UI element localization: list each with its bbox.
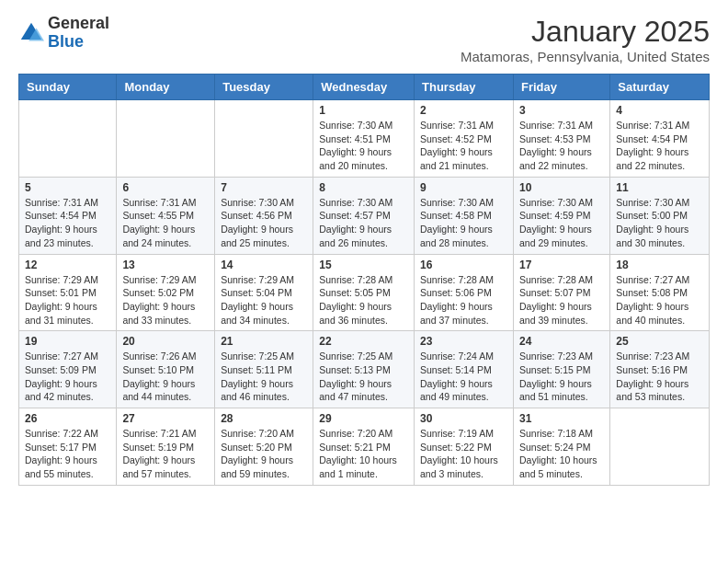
calendar-cell: 9Sunrise: 7:30 AM Sunset: 4:58 PM Daylig…	[415, 177, 514, 254]
day-info: Sunrise: 7:19 AM Sunset: 5:22 PM Dayligh…	[420, 427, 507, 481]
day-info: Sunrise: 7:23 AM Sunset: 5:15 PM Dayligh…	[519, 350, 604, 404]
calendar-cell: 1Sunrise: 7:30 AM Sunset: 4:51 PM Daylig…	[313, 100, 415, 178]
calendar-cell: 21Sunrise: 7:25 AM Sunset: 5:11 PM Dayli…	[215, 331, 313, 408]
day-number: 4	[616, 104, 703, 117]
day-number: 6	[122, 181, 209, 194]
calendar-cell: 6Sunrise: 7:31 AM Sunset: 4:55 PM Daylig…	[117, 177, 215, 254]
day-info: Sunrise: 7:26 AM Sunset: 5:10 PM Dayligh…	[122, 350, 209, 404]
day-number: 29	[319, 412, 408, 425]
calendar-day-header: Tuesday	[215, 75, 313, 100]
main-title: January 2025	[461, 15, 710, 49]
title-block: January 2025 Matamoras, Pennsylvania, Un…	[461, 15, 710, 64]
calendar-week-row: 12Sunrise: 7:29 AM Sunset: 5:01 PM Dayli…	[19, 254, 710, 331]
day-info: Sunrise: 7:24 AM Sunset: 5:14 PM Dayligh…	[420, 350, 507, 404]
day-info: Sunrise: 7:30 AM Sunset: 4:51 PM Dayligh…	[319, 119, 408, 173]
calendar-cell: 28Sunrise: 7:20 AM Sunset: 5:20 PM Dayli…	[215, 408, 313, 486]
calendar-week-row: 26Sunrise: 7:22 AM Sunset: 5:17 PM Dayli…	[19, 408, 710, 486]
day-number: 18	[616, 259, 703, 271]
calendar-week-row: 5Sunrise: 7:31 AM Sunset: 4:54 PM Daylig…	[19, 177, 710, 254]
day-info: Sunrise: 7:28 AM Sunset: 5:07 PM Dayligh…	[519, 273, 604, 327]
calendar-cell: 2Sunrise: 7:31 AM Sunset: 4:52 PM Daylig…	[415, 100, 514, 178]
day-info: Sunrise: 7:29 AM Sunset: 5:01 PM Dayligh…	[25, 273, 110, 327]
day-info: Sunrise: 7:28 AM Sunset: 5:05 PM Dayligh…	[319, 273, 408, 327]
day-number: 19	[25, 335, 110, 348]
day-number: 2	[420, 104, 507, 117]
day-info: Sunrise: 7:30 AM Sunset: 4:59 PM Dayligh…	[519, 196, 604, 250]
day-number: 1	[319, 104, 408, 117]
day-info: Sunrise: 7:25 AM Sunset: 5:11 PM Dayligh…	[221, 350, 307, 404]
day-number: 24	[519, 335, 604, 348]
day-number: 27	[122, 412, 209, 425]
calendar-cell: 10Sunrise: 7:30 AM Sunset: 4:59 PM Dayli…	[513, 177, 609, 254]
day-info: Sunrise: 7:29 AM Sunset: 5:04 PM Dayligh…	[221, 273, 307, 327]
day-info: Sunrise: 7:20 AM Sunset: 5:21 PM Dayligh…	[319, 427, 408, 481]
calendar-cell: 22Sunrise: 7:25 AM Sunset: 5:13 PM Dayli…	[313, 331, 415, 408]
calendar-cell: 27Sunrise: 7:21 AM Sunset: 5:19 PM Dayli…	[117, 408, 215, 486]
logo-blue-text: Blue	[48, 33, 109, 52]
logo-general-text: General	[48, 15, 109, 33]
day-number: 25	[616, 335, 703, 348]
calendar-cell: 8Sunrise: 7:30 AM Sunset: 4:57 PM Daylig…	[313, 177, 415, 254]
calendar-day-header: Wednesday	[313, 75, 415, 100]
logo-text: General Blue	[48, 15, 109, 52]
calendar-cell: 4Sunrise: 7:31 AM Sunset: 4:54 PM Daylig…	[610, 100, 710, 178]
calendar-cell: 29Sunrise: 7:20 AM Sunset: 5:21 PM Dayli…	[313, 408, 415, 486]
calendar-cell: 20Sunrise: 7:26 AM Sunset: 5:10 PM Dayli…	[117, 331, 215, 408]
calendar-cell: 30Sunrise: 7:19 AM Sunset: 5:22 PM Dayli…	[415, 408, 514, 486]
calendar-cell: 7Sunrise: 7:30 AM Sunset: 4:56 PM Daylig…	[215, 177, 313, 254]
day-number: 12	[25, 259, 110, 271]
day-info: Sunrise: 7:29 AM Sunset: 5:02 PM Dayligh…	[122, 273, 209, 327]
day-info: Sunrise: 7:22 AM Sunset: 5:17 PM Dayligh…	[25, 427, 110, 481]
calendar-week-row: 19Sunrise: 7:27 AM Sunset: 5:09 PM Dayli…	[19, 331, 710, 408]
day-info: Sunrise: 7:18 AM Sunset: 5:24 PM Dayligh…	[519, 427, 604, 481]
calendar-cell: 5Sunrise: 7:31 AM Sunset: 4:54 PM Daylig…	[19, 177, 117, 254]
subtitle: Matamoras, Pennsylvania, United States	[461, 49, 710, 64]
calendar-cell: 17Sunrise: 7:28 AM Sunset: 5:07 PM Dayli…	[513, 254, 609, 331]
calendar-day-header: Friday	[513, 75, 609, 100]
day-number: 9	[420, 181, 507, 194]
calendar-cell: 13Sunrise: 7:29 AM Sunset: 5:02 PM Dayli…	[117, 254, 215, 331]
day-number: 20	[122, 335, 209, 348]
calendar-day-header: Thursday	[415, 75, 514, 100]
day-number: 30	[420, 412, 507, 425]
calendar-cell: 3Sunrise: 7:31 AM Sunset: 4:53 PM Daylig…	[513, 100, 609, 178]
day-info: Sunrise: 7:31 AM Sunset: 4:52 PM Dayligh…	[420, 119, 507, 173]
day-info: Sunrise: 7:30 AM Sunset: 5:00 PM Dayligh…	[616, 196, 703, 250]
day-number: 26	[25, 412, 110, 425]
calendar-week-row: 1Sunrise: 7:30 AM Sunset: 4:51 PM Daylig…	[19, 100, 710, 178]
calendar-cell: 23Sunrise: 7:24 AM Sunset: 5:14 PM Dayli…	[415, 331, 514, 408]
calendar-cell: 15Sunrise: 7:28 AM Sunset: 5:05 PM Dayli…	[313, 254, 415, 331]
day-number: 21	[221, 335, 307, 348]
calendar-cell: 11Sunrise: 7:30 AM Sunset: 5:00 PM Dayli…	[610, 177, 710, 254]
day-number: 5	[25, 181, 110, 194]
day-info: Sunrise: 7:27 AM Sunset: 5:08 PM Dayligh…	[616, 273, 703, 327]
calendar-cell	[19, 100, 117, 178]
header: General Blue January 2025 Matamoras, Pen…	[18, 15, 710, 64]
day-number: 7	[221, 181, 307, 194]
day-info: Sunrise: 7:30 AM Sunset: 4:56 PM Dayligh…	[221, 196, 307, 250]
calendar-cell: 16Sunrise: 7:28 AM Sunset: 5:06 PM Dayli…	[415, 254, 514, 331]
day-number: 3	[519, 104, 604, 117]
day-number: 8	[319, 181, 408, 194]
day-info: Sunrise: 7:28 AM Sunset: 5:06 PM Dayligh…	[420, 273, 507, 327]
calendar-cell: 31Sunrise: 7:18 AM Sunset: 5:24 PM Dayli…	[513, 408, 609, 486]
day-number: 28	[221, 412, 307, 425]
day-number: 23	[420, 335, 507, 348]
day-number: 11	[616, 181, 703, 194]
calendar-cell	[215, 100, 313, 178]
day-info: Sunrise: 7:31 AM Sunset: 4:54 PM Dayligh…	[616, 119, 703, 173]
day-info: Sunrise: 7:23 AM Sunset: 5:16 PM Dayligh…	[616, 350, 703, 404]
day-info: Sunrise: 7:20 AM Sunset: 5:20 PM Dayligh…	[221, 427, 307, 481]
calendar-cell: 19Sunrise: 7:27 AM Sunset: 5:09 PM Dayli…	[19, 331, 117, 408]
day-number: 17	[519, 259, 604, 271]
day-info: Sunrise: 7:31 AM Sunset: 4:55 PM Dayligh…	[122, 196, 209, 250]
calendar-cell: 18Sunrise: 7:27 AM Sunset: 5:08 PM Dayli…	[610, 254, 710, 331]
calendar-cell: 25Sunrise: 7:23 AM Sunset: 5:16 PM Dayli…	[610, 331, 710, 408]
calendar-day-header: Monday	[117, 75, 215, 100]
day-number: 16	[420, 259, 507, 271]
day-info: Sunrise: 7:30 AM Sunset: 4:57 PM Dayligh…	[319, 196, 408, 250]
day-info: Sunrise: 7:25 AM Sunset: 5:13 PM Dayligh…	[319, 350, 408, 404]
calendar-day-header: Saturday	[610, 75, 710, 100]
calendar-cell: 26Sunrise: 7:22 AM Sunset: 5:17 PM Dayli…	[19, 408, 117, 486]
day-info: Sunrise: 7:27 AM Sunset: 5:09 PM Dayligh…	[25, 350, 110, 404]
